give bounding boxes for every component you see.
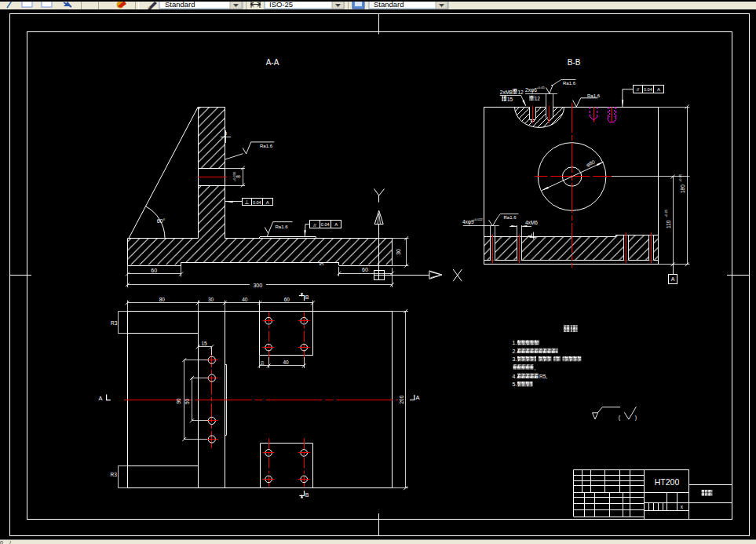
svg-text:⊥: ⊥ [244, 199, 249, 205]
svg-text:30: 30 [208, 297, 214, 302]
svg-text:A: A [416, 394, 420, 401]
svg-text:40: 40 [242, 297, 248, 302]
svg-text:2.: 2. [513, 349, 517, 354]
svg-text://: // [637, 87, 640, 92]
svg-text:A: A [657, 87, 660, 92]
svg-text:200: 200 [399, 395, 404, 403]
svg-text:HT200: HT200 [655, 477, 680, 487]
svg-text:Ra1.6: Ra1.6 [276, 225, 289, 229]
svg-text:+0.05: +0.05 [664, 209, 668, 217]
svg-text:180: 180 [680, 184, 685, 193]
svg-text:B: B [305, 492, 309, 498]
svg-text:5.: 5. [513, 382, 517, 387]
svg-text:15: 15 [507, 97, 513, 102]
svg-text:1.: 1. [513, 340, 517, 345]
svg-text:B-B: B-B [568, 58, 581, 67]
svg-text:,: , [535, 365, 536, 371]
svg-text:60°: 60° [157, 218, 166, 224]
svg-text:2xM8: 2xM8 [500, 89, 513, 95]
svg-text:+0.05: +0.05 [678, 173, 682, 182]
svg-text:+0.036: +0.036 [232, 171, 236, 181]
svg-text:60: 60 [284, 297, 290, 302]
svg-text:30: 30 [396, 249, 402, 255]
svg-text:Ra1.6: Ra1.6 [504, 215, 517, 220]
svg-text:R3: R3 [111, 472, 118, 477]
svg-text:): ) [635, 414, 637, 421]
svg-text:2xφ6: 2xφ6 [525, 87, 537, 93]
svg-text:90: 90 [176, 398, 181, 404]
svg-text:10: 10 [260, 361, 265, 366]
svg-text:+0.022: +0.022 [473, 217, 484, 221]
svg-text:50: 50 [184, 398, 190, 404]
svg-text:/: / [9, 540, 11, 544]
svg-text:4xM6: 4xM6 [525, 220, 538, 225]
svg-text:12: 12 [517, 89, 524, 95]
svg-text:Ra1.6: Ra1.6 [260, 144, 273, 148]
svg-text:A: A [334, 222, 338, 227]
svg-text:4.: 4. [513, 374, 517, 379]
svg-text:A: A [99, 395, 103, 402]
svg-text:40: 40 [283, 360, 289, 365]
svg-text:Ra1.6: Ra1.6 [587, 93, 601, 98]
svg-text:0.04: 0.04 [644, 87, 652, 92]
svg-text:ISO-25: ISO-25 [269, 2, 293, 9]
svg-text:80: 80 [159, 297, 166, 302]
svg-text://: // [313, 223, 316, 228]
svg-text:60: 60 [151, 268, 157, 273]
svg-text:60: 60 [362, 267, 368, 272]
svg-text:3.: 3. [513, 356, 517, 362]
svg-text:R3: R3 [111, 320, 118, 326]
svg-text:12: 12 [535, 96, 541, 101]
svg-text:110: 110 [666, 220, 671, 228]
svg-text:15: 15 [201, 341, 207, 346]
svg-text:+0.05: +0.05 [537, 86, 546, 89]
svg-text:0: 0 [0, 540, 3, 544]
svg-text:A: A [266, 200, 269, 205]
svg-text:Standard: Standard [374, 2, 404, 9]
svg-text:R5,: R5, [539, 374, 547, 379]
svg-text:B: B [305, 294, 309, 300]
svg-text:0.04: 0.04 [253, 200, 261, 205]
svg-text:A: A [671, 276, 675, 282]
svg-text:A-A: A-A [266, 58, 279, 67]
svg-text:0.04: 0.04 [321, 222, 330, 227]
svg-text:Ra1.6: Ra1.6 [563, 81, 576, 86]
svg-text:5: 5 [319, 262, 324, 265]
svg-text:300: 300 [253, 283, 262, 288]
svg-text:Standard: Standard [165, 2, 195, 9]
